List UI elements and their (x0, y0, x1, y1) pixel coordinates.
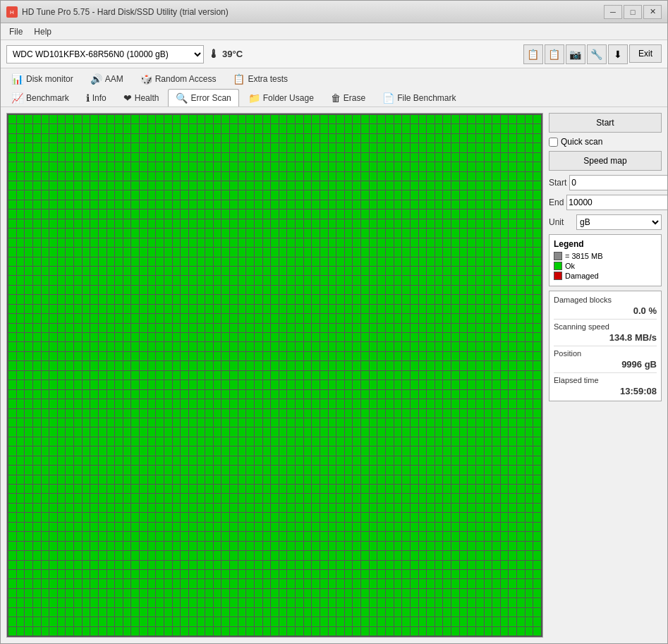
scan-cell (279, 627, 287, 636)
disk-selector[interactable]: WDC WD101KFBX-68R56N0 (10000 gB) (6, 45, 204, 63)
scan-cell (533, 504, 541, 512)
scan-cell (427, 494, 435, 502)
scan-cell (140, 190, 147, 199)
copy2-icon-btn[interactable]: 📋 (545, 44, 564, 64)
scan-cell (304, 513, 312, 521)
scan-cell (279, 143, 287, 152)
scan-cell (411, 456, 418, 465)
scan-cell (296, 390, 303, 399)
tab-folder-usage[interactable]: 📁 Folder Usage (241, 89, 322, 107)
start-input[interactable] (569, 175, 667, 190)
tab-erase[interactable]: 🗑 Erase (323, 89, 373, 107)
scan-cell (279, 504, 287, 512)
start-button[interactable]: Start (549, 113, 662, 133)
scan-cell (345, 437, 353, 446)
scan-cell (189, 238, 197, 247)
scan-cell (411, 570, 418, 578)
scan-cell (42, 162, 49, 171)
screenshot-icon-btn[interactable]: 📷 (566, 44, 585, 64)
scan-cell (509, 532, 516, 540)
scan-cell (214, 229, 221, 237)
scan-cell (411, 229, 418, 237)
scan-cell (164, 532, 172, 540)
close-button[interactable]: ✕ (643, 5, 662, 19)
maximize-button[interactable]: □ (624, 5, 642, 19)
scan-cell (411, 418, 418, 427)
scan-cell (205, 286, 213, 294)
minimize-button[interactable]: ─ (604, 5, 622, 19)
tab-extra-tests[interactable]: 📋 Extra tests (225, 70, 296, 87)
scan-cell (361, 446, 369, 455)
scan-cell (181, 219, 188, 228)
quick-scan-label[interactable]: Quick scan (561, 137, 602, 147)
scan-cell (361, 134, 369, 142)
scan-cell (25, 257, 32, 266)
scan-cell (402, 561, 410, 569)
tab-disk-monitor[interactable]: 📊 Disk monitor (4, 70, 81, 87)
unit-selector[interactable]: gB MB kB % (576, 214, 662, 230)
scan-cell (492, 248, 500, 256)
scan-cell (214, 324, 221, 332)
scan-cell (131, 542, 139, 550)
scan-cell (271, 238, 279, 247)
scan-cell (99, 219, 107, 228)
scan-cell (279, 513, 287, 521)
scan-cell (476, 190, 484, 199)
scan-cell (468, 475, 475, 484)
scan-cell (329, 504, 336, 512)
scan-cell (312, 276, 320, 284)
scan-cell (17, 352, 25, 360)
speed-map-button[interactable]: Speed map (549, 151, 662, 171)
scan-cell (345, 276, 353, 284)
download-icon-btn[interactable]: ⬇ (608, 44, 628, 64)
scan-cell (99, 409, 107, 418)
scan-cell (164, 115, 172, 123)
scan-cell (435, 172, 443, 181)
scan-cell (189, 124, 197, 133)
help-menu[interactable]: Help (28, 25, 57, 38)
scan-cell (164, 542, 172, 550)
scan-cell (99, 466, 107, 474)
scan-cell (49, 371, 57, 379)
scan-cell (460, 190, 468, 199)
scan-cell (49, 551, 57, 559)
scan-cell (140, 456, 147, 465)
end-input[interactable] (566, 195, 667, 210)
scan-cell (361, 523, 369, 531)
settings-icon-btn[interactable]: 🔧 (587, 44, 607, 64)
scan-cell (156, 561, 164, 569)
scan-cell (533, 286, 541, 294)
scan-cell (271, 598, 279, 607)
scan-cell (304, 399, 312, 408)
scan-cell (17, 427, 25, 436)
scan-cell (427, 333, 435, 341)
scan-cell (181, 475, 188, 484)
tab-info[interactable]: ℹ Info (78, 89, 114, 107)
quick-scan-checkbox[interactable] (549, 138, 558, 147)
copy-icon-btn[interactable]: 📋 (523, 44, 543, 64)
scan-cell (17, 598, 25, 607)
scan-cell (189, 295, 197, 303)
scan-cell (33, 172, 41, 181)
tab-aam[interactable]: 🔊 AAM (83, 70, 131, 87)
scan-cell (394, 267, 402, 275)
tab-benchmark[interactable]: 📈 Benchmark (4, 89, 77, 107)
scan-cell (509, 286, 516, 294)
scan-cell (221, 551, 229, 559)
tab-file-benchmark[interactable]: 📄 File Benchmark (375, 89, 463, 107)
file-menu[interactable]: File (4, 25, 28, 38)
scan-cell (485, 172, 492, 181)
tab-health-label: Health (135, 93, 159, 103)
scan-cell (394, 371, 402, 379)
scan-cell (263, 314, 271, 322)
scan-cell (476, 598, 484, 607)
tab-error-scan[interactable]: 🔍 Error Scan (168, 89, 238, 107)
scan-cell (386, 153, 394, 162)
tab-random-access[interactable]: 🎲 Random Access (133, 70, 224, 87)
tab-health[interactable]: ❤ Health (116, 89, 167, 107)
scan-cell (123, 371, 131, 379)
exit-button[interactable]: Exit (629, 44, 662, 63)
scan-cell (361, 551, 369, 559)
scan-cell (74, 361, 82, 370)
scan-cell (33, 190, 41, 199)
